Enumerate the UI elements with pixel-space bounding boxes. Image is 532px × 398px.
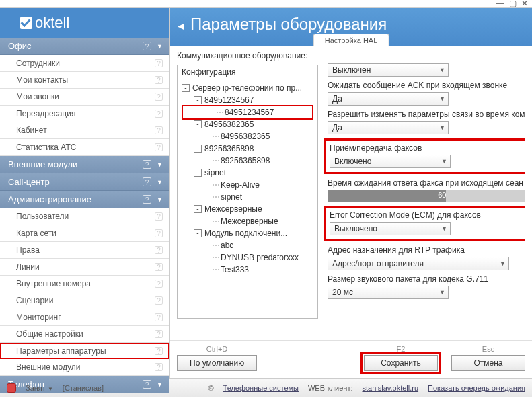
- help-icon[interactable]: ?: [155, 296, 163, 305]
- back-icon[interactable]: ◄: [176, 20, 186, 32]
- help-icon[interactable]: ?: [155, 280, 163, 288]
- slider-fax-timeout[interactable]: 60: [328, 190, 525, 202]
- help-icon[interactable]: ?: [155, 246, 163, 254]
- chevron-down-icon: ▼: [439, 289, 445, 296]
- tree-node[interactable]: -sipnet: [179, 167, 316, 179]
- tree-label: Сервер ip-телефонии по пр...: [192, 83, 302, 93]
- nav-item[interactable]: Мониторинг?: [0, 309, 169, 326]
- tree-toggle-icon[interactable]: -: [194, 120, 202, 128]
- tree-node[interactable]: ⋯Test333: [179, 264, 316, 276]
- tree-node[interactable]: ⋯sipnet: [179, 191, 316, 203]
- config-tree[interactable]: Конфигурация -Сервер ip-телефонии по пр.…: [177, 65, 318, 319]
- nav-item[interactable]: Карта сети?: [0, 225, 169, 242]
- help-icon[interactable]: ?: [143, 42, 151, 50]
- help-icon[interactable]: ?: [155, 229, 163, 237]
- label-g711: Размер звукового пакета для кодека G.711: [328, 274, 525, 284]
- maximize-button[interactable]: ▢: [508, 0, 517, 8]
- tree-label: sipnet: [221, 192, 242, 202]
- nav-item[interactable]: Сотрудники?: [0, 55, 169, 72]
- tree-node[interactable]: ⋯Keep-Alive: [179, 179, 316, 191]
- select-ack[interactable]: Да▼: [328, 92, 449, 106]
- select-f0[interactable]: Выключен▼: [328, 63, 449, 77]
- nav-section[interactable]: Call-центр?▼: [0, 173, 169, 191]
- select-rtp[interactable]: Адрес/порт отправителя▼: [328, 257, 509, 270]
- tree-toggle-icon[interactable]: -: [194, 169, 202, 177]
- default-button[interactable]: По умолчанию: [177, 355, 257, 371]
- link-phone-systems[interactable]: Телефонные системы: [223, 384, 299, 392]
- nav-item[interactable]: Параметры аппаратуры?: [0, 343, 169, 359]
- tree-node[interactable]: ⋯abc: [179, 239, 316, 251]
- select-fax[interactable]: Включено▼: [330, 155, 451, 168]
- slider-value: 60: [438, 191, 446, 199]
- tree-toggle-icon[interactable]: -: [194, 229, 202, 237]
- nav-section[interactable]: Внешние модули?▼: [0, 156, 169, 173]
- tree-label: 84951234567: [225, 108, 274, 117]
- help-icon[interactable]: ?: [155, 263, 163, 271]
- status-indicator-icon[interactable]: [7, 383, 16, 393]
- help-icon[interactable]: ?: [155, 143, 163, 151]
- close-button[interactable]: ✕: [520, 0, 529, 8]
- tab-hal[interactable]: Настройка HAL: [313, 34, 389, 46]
- help-icon[interactable]: ?: [155, 59, 163, 67]
- tree-node[interactable]: -Межсерверные: [179, 203, 316, 215]
- nav-item[interactable]: Сценарии?: [0, 292, 169, 309]
- nav-item[interactable]: Мои контакты?: [0, 72, 169, 89]
- nav-item[interactable]: Общие настройки?: [0, 326, 169, 343]
- help-icon[interactable]: ?: [143, 160, 151, 169]
- nav-item[interactable]: Кабинет?: [0, 122, 169, 139]
- tree-node[interactable]: ⋯DYNUSB predatorxxx: [179, 251, 316, 264]
- cancel-button[interactable]: Отмена: [451, 355, 525, 371]
- help-icon[interactable]: ?: [155, 110, 163, 118]
- tree-leaf-icon: ⋯: [211, 132, 221, 141]
- help-icon[interactable]: ?: [155, 330, 163, 338]
- help-icon[interactable]: ?: [155, 313, 163, 321]
- web-client-label: WEB-клиент:: [308, 384, 353, 392]
- help-icon[interactable]: ?: [155, 126, 163, 134]
- tree-node[interactable]: ⋯84956382365: [179, 130, 316, 143]
- nav-section[interactable]: Офис?▼: [0, 38, 169, 55]
- select-allow-change[interactable]: Да▼: [328, 121, 449, 134]
- nav-section[interactable]: Администрирование?▼: [0, 191, 169, 208]
- chevron-down-icon: ▼: [441, 158, 447, 165]
- help-icon[interactable]: ?: [143, 177, 151, 186]
- status-busy[interactable]: Занят ▼: [26, 384, 53, 392]
- help-icon[interactable]: ?: [155, 212, 163, 221]
- save-button[interactable]: Сохранить: [364, 355, 438, 371]
- hint-cancel: Esc: [482, 345, 494, 353]
- tree-header: Конфигурация: [178, 65, 317, 79]
- label-ecm: Error Correction Mode (ECM) для факсов: [330, 210, 523, 220]
- nav-item[interactable]: Статистика АТС?: [0, 139, 169, 156]
- nav-item[interactable]: Внутренние номера?: [0, 276, 169, 292]
- chevron-down-icon: ▼: [439, 124, 445, 131]
- nav-item[interactable]: Мои звонки?: [0, 89, 169, 106]
- help-icon[interactable]: ?: [143, 380, 151, 389]
- tree-node[interactable]: -Сервер ip-телефонии по пр...: [179, 82, 316, 94]
- help-icon[interactable]: ?: [155, 76, 163, 84]
- hint-default: Ctrl+D: [206, 345, 227, 353]
- select-g711[interactable]: 20 мс▼: [328, 286, 449, 299]
- tree-node[interactable]: -Модуль подключени...: [179, 227, 316, 239]
- tree-toggle-icon[interactable]: -: [194, 145, 202, 153]
- link-show-queue[interactable]: Показать очередь ожидания: [428, 384, 525, 392]
- nav-item[interactable]: Линии?: [0, 259, 169, 276]
- tree-toggle-icon[interactable]: -: [194, 205, 202, 213]
- tree-toggle-icon[interactable]: -: [194, 96, 202, 104]
- nav-item[interactable]: Переадресация?: [0, 106, 169, 122]
- help-icon[interactable]: ?: [143, 195, 151, 204]
- tree-node[interactable]: -89256365898: [179, 143, 316, 155]
- help-icon[interactable]: ?: [155, 363, 163, 371]
- tree-node[interactable]: -84956382365: [179, 118, 316, 130]
- tree-node[interactable]: ⋯89256365898: [179, 155, 316, 167]
- select-ecm[interactable]: Выключено▼: [330, 222, 451, 235]
- nav-item[interactable]: Права?: [0, 242, 169, 259]
- tree-node[interactable]: ⋯Межсерверные: [179, 215, 316, 227]
- minimize-button[interactable]: —: [496, 0, 505, 8]
- nav-item[interactable]: Пользователи?: [0, 208, 169, 225]
- link-web-client[interactable]: stanislav.oktell.ru: [362, 384, 418, 392]
- tree-node[interactable]: ⋯84951234567: [182, 105, 313, 120]
- tree-toggle-icon[interactable]: -: [182, 84, 190, 92]
- help-icon[interactable]: ?: [155, 93, 163, 101]
- nav-item[interactable]: Внешние модули?: [0, 359, 169, 376]
- help-icon[interactable]: ?: [155, 347, 163, 355]
- highlight-fax-mode: Приём/передача факсов Включено▼: [324, 138, 525, 174]
